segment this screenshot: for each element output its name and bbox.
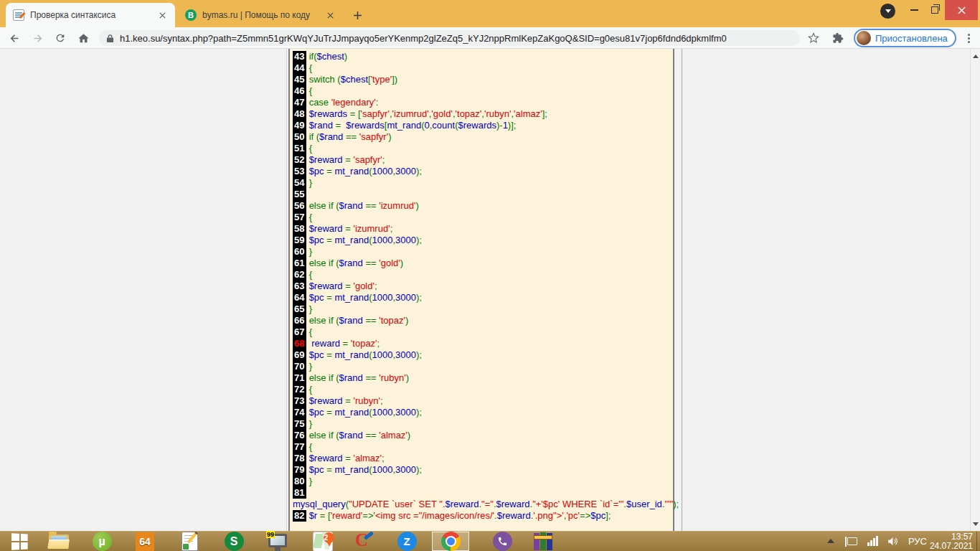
map-pin-icon: 2 [313, 532, 333, 551]
code-line: 78 $reward = 'almaz'; [293, 453, 673, 464]
profile-chevron-button[interactable] [880, 4, 895, 19]
code-text: $pc = mt_rand(1000,3000); [309, 166, 422, 176]
code-line: 72 { [293, 384, 673, 395]
taskbar-monitor-button[interactable]: 99 [259, 532, 296, 551]
code-text: $pc = mt_rand(1000,3000); [309, 292, 422, 303]
code-text: $pc = mt_rand(1000,3000); [309, 349, 422, 360]
page-content: 43 if($chest)44 {45 switch ($chest['type… [0, 49, 980, 531]
home-button[interactable] [75, 29, 92, 47]
code-line: 59 $pc = mt_rand(1000,3000); [293, 235, 673, 246]
error-line-number: 68 [293, 338, 306, 349]
ccleaner-icon: C [354, 532, 373, 551]
bookmark-star-button[interactable] [805, 29, 822, 47]
back-icon [9, 32, 21, 44]
line-number: 76 [293, 430, 306, 441]
code-text: { [309, 85, 312, 96]
code-line: 63 $reward = 'gold'; [293, 281, 673, 292]
green-circle-b-icon: B [185, 9, 197, 21]
tray-expand-button[interactable] [825, 539, 837, 543]
code-line: 69 $pc = mt_rand(1000,3000); [293, 349, 673, 361]
tab-close-icon[interactable] [324, 9, 336, 21]
triangle-up-icon [973, 55, 979, 58]
chevron-up-icon [827, 539, 834, 543]
line-number: 49 [293, 120, 306, 131]
chrome-icon [441, 532, 461, 551]
tab-close-icon[interactable] [156, 9, 168, 21]
show-desktop-button[interactable] [976, 532, 980, 551]
taskbar-explorer-button[interactable] [40, 532, 77, 551]
forward-button[interactable] [29, 29, 46, 47]
code-line: 46 { [293, 85, 673, 97]
code-line: 58 $reward = 'izumrud'; [293, 223, 673, 235]
code-line: 76 else if ($rand == 'almaz') [293, 430, 673, 441]
restore-button[interactable] [925, 0, 945, 20]
code-text: { [309, 269, 312, 280]
code-line: 50 if ($rand == 'sapfyr') [293, 131, 673, 143]
forward-icon [32, 32, 44, 44]
code-text: } [309, 418, 312, 429]
line-number: 59 [293, 235, 306, 246]
scroll-down-button[interactable] [971, 518, 980, 529]
code-line: 55 [293, 189, 673, 200]
code-line: 70 } [293, 361, 673, 372]
code-text: $reward = 'izumrud'; [309, 223, 393, 234]
taskbar-utorrent-button[interactable]: µ [83, 532, 121, 551]
code-line: 57 { [293, 212, 673, 223]
code-text: { [309, 212, 312, 222]
taskbar-ccleaner-button[interactable]: C [345, 532, 382, 551]
taskbar: µ64S992CZ РУС 13:57 24.07.2021 [0, 531, 980, 551]
tab-syntax-check[interactable]: Проверка синтаксиса [6, 3, 175, 27]
code-text: reward = 'topaz'; [309, 338, 380, 349]
action-center-button[interactable] [845, 537, 859, 545]
back-button[interactable] [6, 29, 23, 47]
minimize-button[interactable] [903, 0, 925, 20]
code-line-wrapped: mysql_query("UPDATE `user` SET ".$reward… [293, 499, 673, 510]
clock[interactable]: 13:57 24.07.2021 [923, 532, 973, 551]
taskbar-winrar-button[interactable] [524, 532, 562, 551]
extensions-button[interactable] [829, 29, 847, 47]
minimize-icon [910, 9, 918, 11]
close-button[interactable] [945, 0, 978, 20]
tab-bymas[interactable]: B bymas.ru | Помощь по коду [178, 3, 343, 27]
code-text: $rand = $rewards[mt_rand(0,count($reward… [309, 120, 517, 131]
taskbar-chrome-button[interactable] [432, 532, 469, 551]
code-text: { [309, 441, 312, 452]
line-number: 43 [293, 51, 306, 62]
line-number: 82 [293, 510, 306, 522]
address-bar[interactable]: h1.keo.su/syntax.php?path=Z5mmn51grKWqYJ… [99, 30, 800, 46]
code-line: 43 if($chest) [293, 51, 673, 62]
line-number: 69 [293, 349, 306, 361]
code-area[interactable]: 43 if($chest)44 {45 switch ($chest['type… [288, 49, 673, 531]
taskbar-zona-button[interactable]: Z [388, 532, 425, 551]
folder-icon [49, 534, 69, 549]
code-line: 74 $pc = mt_rand(1000,3000); [293, 407, 673, 418]
code-line: 68 reward = 'topaz'; [293, 338, 673, 349]
browser-toolbar: h1.keo.su/syntax.php?path=Z5mmn51grKWqYJ… [0, 27, 980, 49]
page-scrollbar[interactable] [970, 49, 980, 531]
network-button[interactable] [865, 536, 880, 546]
signal-bars-icon [867, 536, 878, 546]
new-tab-button[interactable] [349, 6, 366, 24]
reload-button[interactable] [52, 29, 69, 47]
code-line: 61 else if ($rand == 'gold') [293, 258, 673, 269]
code-scrollbar[interactable] [673, 49, 682, 531]
line-number: 67 [293, 326, 306, 338]
code-text: $reward = 'almaz'; [309, 453, 385, 463]
code-frame-left-edge [286, 49, 287, 531]
taskbar-s-app-button[interactable]: S [215, 532, 253, 551]
taskbar-notepad-button[interactable] [171, 532, 208, 551]
line-number: 65 [293, 303, 306, 315]
url-text: h1.keo.su/syntax.php?path=Z5mmn51grKWqYJ… [120, 33, 727, 44]
profile-button[interactable]: Приостановлена [854, 29, 956, 47]
taskbar-viber-button[interactable] [484, 532, 521, 551]
code-text: $pc = mt_rand(1000,3000); [309, 464, 422, 475]
taskbar-start-button[interactable] [1, 532, 39, 551]
browser-menu-button[interactable] [961, 31, 976, 45]
code-text: $pc = mt_rand(1000,3000); [309, 235, 422, 245]
doc-pencil-icon [13, 9, 24, 21]
volume-button[interactable] [885, 535, 900, 547]
taskbar-2gis-button[interactable]: 2 [304, 532, 341, 551]
code-text: } [309, 303, 312, 314]
scroll-up-button[interactable] [971, 50, 980, 62]
taskbar-aida64-button[interactable]: 64 [126, 532, 164, 551]
